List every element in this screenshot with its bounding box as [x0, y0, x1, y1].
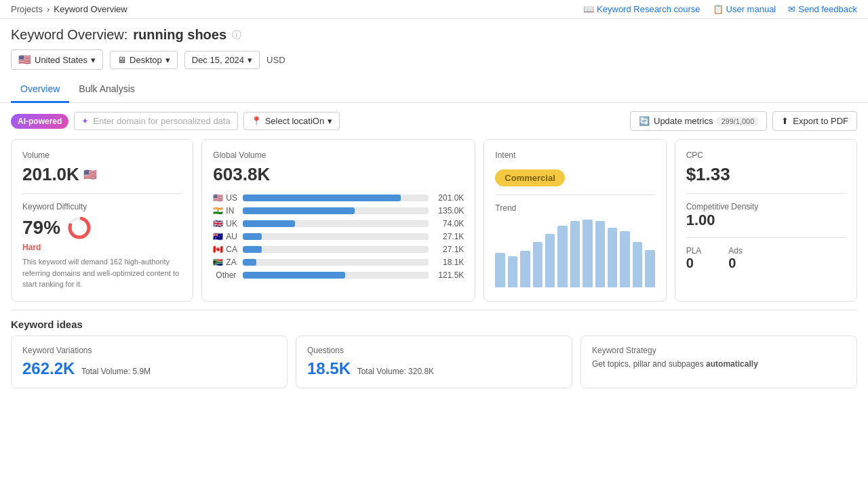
- country-flag: 🇦🇺: [213, 232, 223, 241]
- export-pdf-button[interactable]: ⬆ Export to PDF: [772, 111, 857, 131]
- bar-fill: [243, 220, 295, 227]
- country-bar-item: 🇬🇧 UK 74.0K: [213, 219, 464, 228]
- strategy-card: Keyword Strategy Get topics, pillar and …: [580, 336, 857, 388]
- keyword-ideas-title: Keyword ideas: [11, 310, 857, 336]
- trend-bar-item: [595, 221, 605, 287]
- variations-value: 262.2K: [22, 359, 75, 378]
- us-flag: 🇺🇸: [18, 54, 31, 66]
- info-icon[interactable]: ⓘ: [232, 29, 241, 41]
- update-counter: 299/1,000: [717, 117, 758, 126]
- location-icon: 📍: [251, 116, 262, 126]
- bar-fill: [243, 233, 261, 240]
- action-bar: AI-powered ✦ Enter domain for personaliz…: [0, 103, 868, 139]
- bar-count: 18.1K: [434, 258, 464, 267]
- trend-bar-item: [520, 251, 530, 287]
- global-volume-label: Global Volume: [213, 150, 464, 160]
- cpc-value: $1.33: [686, 164, 846, 185]
- country-flag: 🇺🇸: [213, 193, 223, 203]
- chevron-down-icon-3: ▾: [248, 55, 252, 65]
- trend-bar-item: [557, 226, 567, 287]
- country-label: 🇨🇦 CA: [213, 245, 237, 254]
- country-selector[interactable]: 🇺🇸 United States ▾: [11, 49, 103, 70]
- refresh-icon: 🔄: [639, 116, 650, 126]
- cd-label: Competitive Density: [686, 202, 846, 211]
- ads-label: Ads: [728, 246, 743, 256]
- tab-overview[interactable]: Overview: [11, 77, 69, 103]
- tab-bulk-analysis[interactable]: Bulk Analysis: [69, 77, 144, 103]
- country-bar-item: 🇮🇳 IN 135.0K: [213, 206, 464, 216]
- update-metrics-button[interactable]: 🔄 Update metrics 299/1,000: [630, 111, 767, 131]
- kd-label: Keyword Difficulty: [22, 202, 182, 211]
- trend-bar-item: [608, 228, 617, 287]
- page-header: Keyword Overview: running shoes ⓘ: [0, 19, 868, 43]
- bar-fill: [243, 246, 261, 253]
- strategy-label: Keyword Strategy: [592, 346, 846, 355]
- pla-ads-row: PLA 0 Ads 0: [686, 246, 846, 271]
- questions-sub: Total Volume: 320.8K: [357, 367, 434, 376]
- currency-label: USD: [267, 55, 285, 65]
- bar-track: [243, 195, 429, 201]
- pla-label: PLA: [686, 246, 702, 256]
- bar-track: [243, 246, 429, 253]
- ads-value: 0: [728, 256, 743, 271]
- trend-bar-item: [495, 253, 505, 287]
- domain-input[interactable]: ✦ Enter domain for personalized data: [74, 112, 237, 130]
- cards-row: Volume 201.0K 🇺🇸 Keyword Difficulty 79% …: [0, 139, 868, 310]
- country-label: 🇬🇧 UK: [213, 219, 237, 228]
- keyword-title: running shoes: [133, 27, 226, 43]
- country-bar-item: 🇦🇺 AU 27.1K: [213, 232, 464, 241]
- bar-count: 121.5K: [434, 270, 464, 280]
- global-volume-card: Global Volume 603.8K 🇺🇸 US 201.0K 🇮🇳 IN …: [201, 139, 475, 302]
- bar-track: [243, 259, 429, 266]
- trend-bar-item: [583, 220, 592, 287]
- device-selector[interactable]: 🖥 Desktop ▾: [110, 51, 178, 69]
- user-manual-link[interactable]: 📋 User manual: [713, 4, 776, 14]
- cpc-label: CPC: [686, 150, 846, 160]
- title-prefix: Keyword Overview:: [11, 27, 127, 43]
- export-icon: ⬆: [781, 116, 789, 126]
- country-bars: 🇺🇸 US 201.0K 🇮🇳 IN 135.0K 🇬🇧 UK 74.0K 🇦🇺…: [213, 193, 464, 280]
- country-flag: 🇬🇧: [213, 219, 223, 228]
- send-feedback-link[interactable]: ✉ Send feedback: [788, 4, 857, 14]
- location-selector[interactable]: 📍 Select locatiOn ▾: [243, 112, 340, 130]
- questions-card: Questions 18.5K Total Volume: 320.8K: [296, 336, 572, 388]
- keyword-ideas-section: Keyword ideas Keyword Variations 262.2K …: [0, 310, 868, 396]
- action-bar-right: 🔄 Update metrics 299/1,000 ⬆ Export to P…: [630, 111, 857, 131]
- bar-track: [243, 233, 429, 240]
- date-selector[interactable]: Dec 15, 2024 ▾: [184, 51, 260, 69]
- manual-icon: 📋: [713, 4, 724, 14]
- country-bar-item: 🇨🇦 CA 27.1K: [213, 245, 464, 254]
- country-flag: 🇮🇳: [213, 206, 223, 216]
- bar-count: 201.0K: [434, 193, 464, 203]
- sparkle-icon: ✦: [81, 116, 89, 126]
- country-flag: 🇨🇦: [213, 245, 223, 254]
- strategy-auto: automatically: [706, 359, 758, 369]
- country-bar-item: Other 121.5K: [213, 270, 464, 280]
- trend-bar-item: [570, 221, 580, 287]
- keyword-research-link[interactable]: 📖 Keyword Research course: [583, 4, 700, 14]
- bar-track: [243, 207, 429, 214]
- country-label: 🇮🇳 IN: [213, 206, 237, 216]
- trend-bar-item: [620, 231, 629, 287]
- country-label: 🇦🇺 AU: [213, 232, 237, 241]
- feedback-icon: ✉: [788, 4, 795, 14]
- intent-label: Intent: [495, 150, 654, 160]
- toolbar: 🇺🇸 United States ▾ 🖥 Desktop ▾ Dec 15, 2…: [0, 43, 868, 77]
- chevron-down-icon-loc: ▾: [328, 116, 332, 126]
- trend-bar-item: [633, 242, 642, 287]
- bar-fill: [243, 195, 401, 201]
- breadcrumb: Projects › Keyword Overview: [11, 4, 127, 14]
- action-bar-left: AI-powered ✦ Enter domain for personaliz…: [11, 112, 340, 130]
- country-label: Other: [213, 270, 237, 280]
- pla-value: 0: [686, 256, 702, 271]
- bar-fill: [243, 207, 354, 214]
- trend-bar-item: [545, 234, 555, 287]
- trend-bar-item: [645, 250, 654, 287]
- trend-chart: [495, 220, 654, 287]
- bar-fill: [243, 259, 256, 266]
- trend-label: Trend: [495, 203, 654, 213]
- kd-row: 79%: [22, 216, 182, 240]
- intent-value: Commercial: [495, 169, 564, 186]
- projects-link[interactable]: Projects: [11, 4, 43, 14]
- page-title: Keyword Overview: running shoes ⓘ: [11, 27, 857, 43]
